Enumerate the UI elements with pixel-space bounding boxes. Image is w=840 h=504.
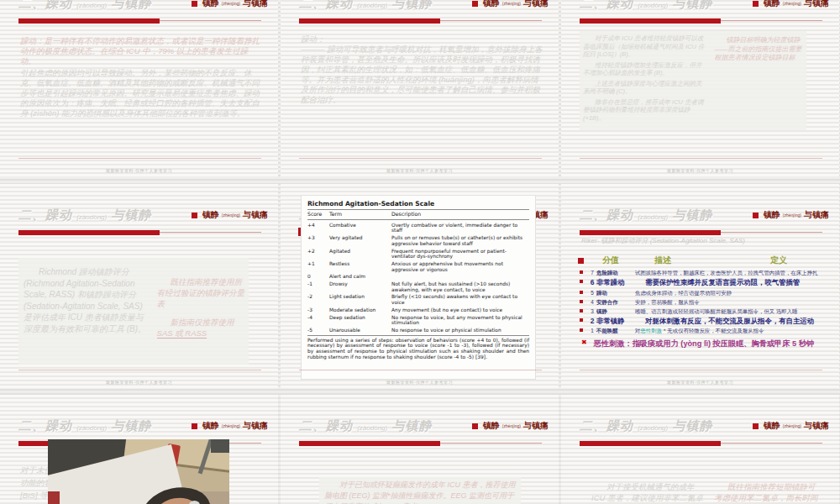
bullet-square-icon	[580, 328, 583, 332]
sas-subtitle: Riker- 镇静和躁动评分 (Sedation-Agitation Scale…	[581, 236, 745, 245]
description-cell	[391, 274, 529, 280]
slide-thumbnail-8[interactable]: 二、躁动 (zàodòng) 与镇静 镇静(zhènjìng)与镇痛 对于已知或…	[281, 395, 559, 504]
term-cell: Deep sedation	[329, 315, 391, 326]
table-row: -2 Light sedation Briefly (<10 seconds) …	[307, 294, 529, 305]
slide-thumbnail-2[interactable]: 二、躁动 (zàodòng) 与镇静 镇静(zhènjìng)与镇痛 躁动： —…	[281, 0, 559, 176]
highlighted-term: 恶性刺激	[640, 328, 662, 333]
term-cell: 危险躁动	[596, 270, 635, 276]
rass-table-image: Richmond Agitation-Sedation Scale Score …	[302, 196, 535, 379]
rass-table-rows: +4 Combative Overtly combative or violen…	[307, 223, 529, 333]
term-cell: Alert and calm	[329, 274, 391, 280]
bullet-square-icon	[580, 318, 583, 322]
title-underline-bar	[18, 18, 160, 24]
table-row: -4 Deep sedation No response to voice, b…	[307, 315, 529, 326]
deck-logo: 镇静(zhènjìng)与镇痛	[753, 209, 829, 221]
description-cell: Frequent nonpurposeful movement or patie…	[391, 249, 529, 260]
description-cell: Not fully alert, but has sustained (>10 …	[391, 281, 529, 292]
term-cell: Restless	[329, 261, 391, 272]
score-cell: 6	[588, 279, 596, 286]
body-lead: 躁动：	[301, 34, 543, 45]
score-cell: +2	[307, 249, 329, 260]
score-cell: 3	[588, 308, 596, 314]
slide-title: 二、躁动 (zàodòng) 与镇静	[299, 418, 432, 434]
bullet-square-icon	[578, 258, 584, 264]
slide-title: 二、躁动 (zàodòng) 与镇静	[299, 0, 432, 12]
photo-red-object	[48, 491, 60, 504]
sas-row: 6 非常躁动 需要保护性束缚并反复语言提示劝阻，咬气管插管	[578, 279, 832, 286]
x-mark-icon: ✖	[581, 339, 587, 346]
photo-monitor-box	[211, 439, 229, 453]
rass-table-title: Richmond Agitation-Sedation Scale	[307, 200, 529, 207]
logo-square-icon	[753, 1, 759, 7]
deck-logo: 镇静(zhènjìng)与镇痛	[192, 209, 268, 221]
table-row: -5 Unarousable No response to voice or p…	[307, 328, 529, 333]
bullet-square-icon	[580, 291, 583, 294]
sas-footnote: ✖ 恶性刺激：指吸痰或用力 (yòng lì) 按压眼眶、胸骨或甲床 5 秒钟	[578, 339, 832, 349]
body-paragraph: 既往指南推荐使用所有经过验证的镇静评分量表	[157, 276, 249, 309]
footer-divider	[580, 370, 822, 370]
bullet-square-icon	[580, 300, 583, 303]
title-underline-bar	[18, 230, 160, 235]
slide-thumbnail-5[interactable]: 二、躁动 (zàodòng) 与镇静 镇静(zhènjìng)与镇痛 Richm…	[281, 184, 559, 388]
slide-thumbnail-7[interactable]: 二、躁动 (zàodòng) 与镇静 镇静(zhènjìng)与镇痛 对于未使用…	[0, 395, 278, 504]
term-cell: Agitated	[329, 249, 391, 260]
description-cell: No response to voice, but any movement t…	[391, 315, 529, 326]
sas-rows: 7 危险躁动 试图拔除各种导管，翻越床栏，攻击医护人员，拉拽气管内插管，在床上挣…	[578, 270, 832, 334]
description-cell: Any movement (but no eye contact) to voi…	[391, 307, 529, 313]
term-cell: 不能唤醒	[596, 328, 635, 333]
footer-divider	[299, 158, 542, 159]
slide-footer: 最新医学资料-仅供个人参考学习	[0, 380, 278, 385]
title-underline-extension	[721, 443, 822, 444]
bullet-square-icon	[580, 270, 583, 274]
rass-table-header: Score Term Description	[307, 209, 529, 220]
body-paragraph: 除非存在禁忌症，推荐成年 ICU 患者调整镇静药物剂量维持轻度而非深度镇静 (+…	[583, 98, 706, 123]
slide-body: 躁动： ——— 躁动可导致患者与呼吸机对抗，耗氧量增加，意外拔除身上各种装置和导…	[301, 34, 543, 105]
deck-logo: 镇静(zhènjìng)与镇痛	[472, 0, 549, 9]
title-underline-extension	[160, 232, 261, 233]
bullet-square-icon	[580, 280, 583, 283]
score-cell: 1	[588, 328, 596, 333]
slide-thumbnail-6[interactable]: 二、躁动 (zàodòng) 与镇静 镇静(zhènjìng)与镇痛 Riker…	[561, 184, 839, 388]
score-cell: 2	[588, 318, 596, 325]
title-underline-bar	[299, 441, 440, 446]
title-underline-extension	[440, 20, 542, 21]
sas-row: 3 镇静 嗜睡、语言刺激或轻轻摇动可唤醒并能服从简单指令，但又 迅即入睡	[578, 308, 832, 314]
footer-divider	[580, 158, 822, 159]
slide-title: 二、躁动 (zàodòng) 与镇静	[18, 207, 151, 223]
title-underline-extension	[160, 20, 261, 21]
slide-body: 对于已知或怀疑癫痫发作的成年 ICU 患者，推荐使用脑电图 (EEG) 监测*抽…	[319, 477, 521, 504]
definition-cell: 对恶性刺激＊无或仅有轻微反应，不能交流及服从指令	[635, 328, 832, 333]
slide-footer: 最新医学资料-仅供个人参考学习	[281, 168, 559, 173]
deck-logo: 镇静(zhènjìng)与镇痛	[753, 420, 829, 432]
term-cell: Very agitated	[329, 235, 391, 246]
body-paragraph: 新指南仅推荐使用 SAS 或 RASS	[157, 317, 249, 339]
score-cell: 0	[307, 274, 329, 280]
sas-row: 5 躁动 焦虑或身体躁动，经言语提示劝阻可安静	[578, 290, 832, 296]
slide-thumbnail-4[interactable]: 二、躁动 (zàodòng) 与镇静 镇静(zhènjìng)与镇痛 Richm…	[0, 184, 278, 388]
logo-square-icon	[192, 1, 197, 7]
sas-row: 1 不能唤醒 对恶性刺激＊无或仅有轻微反应，不能交流及服从指令	[578, 328, 832, 333]
slide-thumbnail-9[interactable]: 二、躁动 (zàodòng) 与镇静 镇静(zhènjìng)与镇痛 对于接受机…	[561, 395, 839, 504]
term-cell: 安静合作	[596, 299, 635, 305]
slide-thumbnail-3[interactable]: 二、躁动 (zàodòng) 与镇静 镇静(zhènjìng)与镇痛 对于成年 …	[561, 0, 839, 176]
slide-body: 对于成年 ICU 患者维持轻度镇静可以改善临床预后（如缩短机械通气时间及 ICU…	[580, 31, 806, 130]
term-cell: 非常镇静	[596, 318, 645, 325]
table-row: 0 Alert and calm	[307, 274, 529, 280]
deck-logo: 镇静(zhènjìng)与镇痛	[192, 420, 268, 432]
logo-square-icon	[753, 213, 759, 218]
score-cell: -3	[307, 307, 329, 313]
slide-title: 二、躁动 (zàodòng) 与镇静	[18, 0, 151, 12]
term-cell: 躁动	[596, 290, 635, 296]
description-cell: Overtly combative or violent, immediate …	[391, 223, 529, 234]
term-cell: Moderate sedation	[329, 307, 391, 313]
slide-title: 二、躁动 (zàodòng) 与镇静	[580, 418, 712, 434]
underlined-text: SAS 或 RASS	[157, 328, 207, 339]
rass-table-footnote: Performed using a series of steps: obser…	[307, 335, 529, 360]
slide-thumbnail-1[interactable]: 二、躁动 (zàodòng) 与镇静 镇静(zhènjìng)与镇痛 躁动：是一…	[0, 0, 278, 176]
score-cell: 7	[588, 270, 596, 276]
score-cell: 4	[588, 299, 596, 305]
photo-electrode	[189, 501, 200, 504]
footer-divider	[299, 370, 542, 370]
body-paragraph: 躁动：是一种伴有不停动作的易激惹状态，或者说是一种伴随着挣扎动作的极度焦虑状态。…	[20, 36, 263, 66]
table-row: +1 Restless Anxious or apprehensive but …	[307, 261, 529, 272]
